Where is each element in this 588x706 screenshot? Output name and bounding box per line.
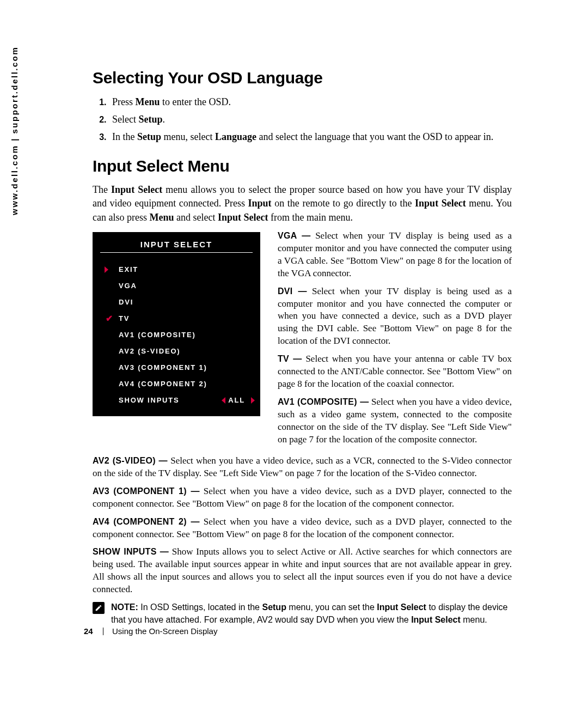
osd-menu-list: EXIT VGA DVI ✔ TV AV1 (COMPOSITE) AV2 (S…	[93, 261, 260, 409]
osd-item-label: SHOW INPUTS	[119, 396, 180, 404]
arrow-left-icon	[222, 397, 225, 404]
def-term: AV4 (COMPONENT 2) —	[93, 517, 200, 526]
osd-item-label: AV1 (COMPOSITE)	[119, 331, 196, 339]
step-keyword: Language	[215, 131, 256, 142]
osd-item-av4[interactable]: AV4 (COMPONENT 2)	[93, 376, 260, 392]
def-text: Select when you have your antenna or cab…	[278, 354, 512, 389]
keyword: Menu	[149, 212, 174, 223]
step-text: .	[163, 114, 166, 125]
def-av3: AV3 (COMPONENT 1) — Select when you have…	[93, 485, 512, 510]
keyword: Input Select	[218, 212, 268, 223]
def-term: VGA —	[278, 232, 310, 240]
step-3: In the Setup menu, select Language and s…	[109, 130, 512, 144]
text: from the main menu.	[268, 212, 352, 223]
text: on the remote to go directly to the	[272, 198, 415, 209]
text: In OSD Settings, located in the	[138, 602, 262, 612]
def-av2: AV2 (S-VIDEO) — Select when you have a v…	[93, 455, 512, 480]
osd-title: INPUT SELECT	[100, 232, 253, 253]
osd-item-av3[interactable]: AV3 (COMPONENT 1)	[93, 360, 260, 376]
sidebar-url: www.dell.com | support.dell.com	[10, 46, 19, 215]
page-content: Selecting Your OSD Language Press Menu t…	[93, 69, 512, 626]
def-term: AV1 (COMPOSITE) —	[278, 397, 369, 406]
note-label: NOTE:	[111, 602, 138, 612]
keyword: Input Select	[111, 184, 162, 195]
keyword: Input Select	[415, 198, 466, 209]
checkmark-icon: ✔	[106, 313, 114, 324]
definitions-fullwidth: AV2 (S-VIDEO) — Select when you have a v…	[93, 452, 512, 626]
osd-item-label: AV4 (COMPONENT 2)	[119, 380, 207, 388]
step-2: Select Setup.	[109, 112, 512, 126]
step-keyword: Menu	[136, 96, 160, 107]
keyword: Input	[248, 198, 272, 209]
cursor-right-icon	[105, 266, 108, 273]
pencil-icon	[95, 604, 102, 612]
step-text: Press	[112, 96, 136, 107]
step-text: Select	[112, 114, 138, 125]
page-number: 24	[84, 626, 93, 636]
def-term: AV2 (S-VIDEO) —	[93, 456, 168, 465]
def-term: TV —	[278, 354, 302, 363]
step-text: menu, select	[161, 131, 215, 142]
step-keyword: Setup	[137, 131, 161, 142]
def-term: DVI —	[278, 287, 307, 296]
def-show-inputs: SHOW INPUTS — Show Inputs allows you to …	[93, 546, 512, 596]
heading-input-select: Input Select Menu	[93, 157, 512, 175]
osd-item-label: AV2 (S-VIDEO)	[119, 347, 180, 355]
step-keyword: Setup	[138, 114, 162, 125]
input-select-layout: INPUT SELECT EXIT VGA DVI ✔ TV AV1 (COMP…	[93, 232, 512, 452]
osd-item-exit[interactable]: EXIT	[93, 261, 260, 278]
section-title: Using the On-Screen Display	[112, 626, 217, 636]
osd-item-label: VGA	[119, 282, 137, 290]
def-tv: TV — Select when you have your antenna o…	[278, 353, 512, 391]
def-vga: VGA — Select when your TV display is bei…	[278, 232, 512, 280]
def-av4: AV4 (COMPONENT 2) — Select when you have…	[93, 516, 512, 541]
osd-item-label: EXIT	[119, 265, 138, 273]
text: and select	[174, 212, 217, 223]
osd-item-label: DVI	[119, 298, 133, 306]
def-term: AV3 (COMPONENT 1) —	[93, 486, 200, 496]
footer-separator	[103, 628, 103, 635]
page-footer: 24 Using the On-Screen Display	[84, 626, 217, 636]
def-text: Select when your TV display is being use…	[278, 286, 512, 346]
osd-item-dvi[interactable]: DVI	[93, 294, 260, 311]
def-dvi: DVI — Select when your TV display is bei…	[278, 285, 512, 348]
note: NOTE: In OSD Settings, located in the Se…	[93, 601, 512, 626]
def-text: Select when your TV display is being use…	[278, 232, 512, 278]
osd-language-steps: Press Menu to enter the OSD. Select Setu…	[93, 95, 512, 144]
note-text: NOTE: In OSD Settings, located in the Se…	[111, 601, 512, 626]
text: menu, you can set the	[286, 602, 377, 612]
manual-page: www.dell.com | support.dell.com Selectin…	[0, 0, 588, 706]
osd-item-label: TV	[119, 314, 130, 322]
osd-input-select-panel: INPUT SELECT EXIT VGA DVI ✔ TV AV1 (COMP…	[93, 232, 260, 416]
definitions-column: VGA — Select when your TV display is bei…	[278, 232, 512, 446]
osd-item-show-inputs[interactable]: SHOW INPUTS ALL	[93, 392, 260, 409]
note-icon	[93, 602, 105, 614]
def-av1: AV1 (COMPOSITE) — Select when you have a…	[278, 396, 512, 446]
step-text: and select the language that you want th…	[256, 131, 493, 142]
step-text: In the	[112, 131, 137, 142]
osd-item-av1[interactable]: AV1 (COMPOSITE)	[93, 327, 260, 343]
osd-show-inputs-value: ALL	[228, 396, 245, 404]
step-text: to enter the OSD.	[160, 96, 231, 107]
text: The	[93, 184, 111, 195]
keyword: Input Select	[377, 602, 426, 612]
text: menu.	[461, 615, 487, 624]
heading-osd-language: Selecting Your OSD Language	[93, 69, 512, 87]
step-1: Press Menu to enter the OSD.	[109, 95, 512, 109]
osd-item-tv[interactable]: ✔ TV	[93, 311, 260, 327]
input-select-intro: The Input Select menu allows you to sele…	[93, 183, 512, 224]
keyword: Setup	[262, 602, 286, 612]
osd-item-label: AV3 (COMPONENT 1)	[119, 363, 207, 372]
osd-item-vga[interactable]: VGA	[93, 278, 260, 294]
osd-item-av2[interactable]: AV2 (S-VIDEO)	[93, 343, 260, 360]
keyword: Input Select	[411, 615, 461, 624]
arrow-right-icon	[251, 397, 255, 404]
def-term: SHOW INPUTS —	[93, 547, 169, 556]
